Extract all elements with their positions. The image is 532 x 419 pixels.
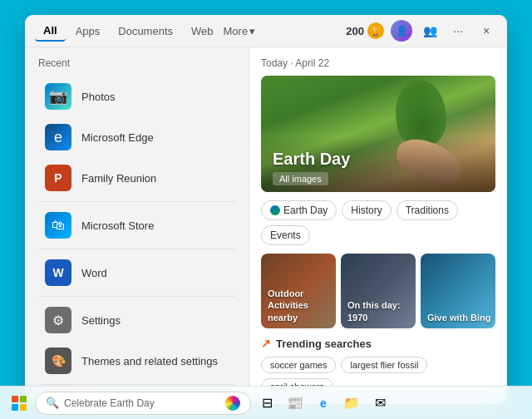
edge-taskbar-icon[interactable]: e: [311, 391, 336, 416]
search-icon: 🔍: [46, 397, 59, 409]
ppt-icon: P: [45, 165, 71, 191]
titlebar-controls: 200 🏆 👤 👥 ··· ×: [346, 20, 497, 42]
app-item-settings[interactable]: ⚙ Settings: [32, 300, 242, 340]
tab-bar: All Apps Documents Web More ▾: [35, 21, 342, 42]
explorer-icon[interactable]: 📁: [339, 391, 364, 416]
divider-4: [38, 384, 235, 385]
titlebar: All Apps Documents Web More ▾ 200 🏆 👤 👥 …: [25, 15, 507, 47]
category-traditions[interactable]: Traditions: [397, 200, 458, 220]
cards-row: Outdoor Activities nearby On this day: 1…: [261, 254, 495, 328]
tab-all[interactable]: All: [35, 21, 66, 42]
hero-title: Earth Day: [273, 150, 484, 169]
card-outdoor[interactable]: Outdoor Activities nearby: [261, 254, 336, 328]
store-icon: 🛍: [45, 212, 71, 239]
edge-icon: e: [45, 124, 71, 150]
avatar[interactable]: 👤: [391, 20, 412, 42]
app-name-themes: Themes and related settings: [81, 355, 218, 367]
bing-colorful-icon: [225, 396, 240, 411]
divider-2: [38, 249, 235, 249]
tab-web[interactable]: Web: [183, 22, 222, 41]
windows-button[interactable]: [7, 391, 32, 416]
hero-image[interactable]: Earth Day All images: [261, 76, 495, 192]
category-row: Earth Day History Traditions Events: [261, 200, 495, 245]
app-name-word: Word: [81, 267, 107, 279]
main-content: Recent 📷 Photos e Microsoft Edge P Famil…: [25, 47, 507, 404]
taskview-icon[interactable]: ⊟: [254, 391, 279, 416]
category-history[interactable]: History: [342, 200, 391, 220]
card-bing[interactable]: Give with Bing: [421, 254, 495, 328]
tab-more[interactable]: More ▾: [224, 25, 256, 37]
search-window: All Apps Documents Web More ▾ 200 🏆 👤 👥 …: [25, 15, 507, 404]
trend-soccer[interactable]: soccer games: [261, 357, 336, 373]
app-name-settings: Settings: [81, 314, 121, 327]
search-text: Celebrate Earth Day: [64, 397, 155, 409]
card-history[interactable]: On this day: 1970: [341, 254, 416, 328]
taskbar: 🔍 Celebrate Earth Day ⊟ 📰 e 📁 ✉: [0, 386, 532, 419]
trending-label: Trending searches: [276, 338, 372, 350]
app-item-photos[interactable]: 📷 Photos: [32, 76, 242, 116]
app-item-edge[interactable]: e Microsoft Edge: [32, 117, 242, 157]
photos-icon: 📷: [45, 83, 71, 110]
person-icon[interactable]: 👥: [419, 20, 441, 42]
divider-3: [38, 296, 235, 297]
app-name-family-reunion: Family Reunion: [81, 172, 156, 185]
app-name-photos: Photos: [81, 91, 115, 103]
trend-fossil[interactable]: largest flier fossil: [341, 357, 427, 373]
app-name-edge: Microsoft Edge: [81, 131, 154, 144]
taskbar-search[interactable]: 🔍 Celebrate Earth Day: [35, 392, 251, 415]
divider-1: [38, 201, 235, 202]
card-history-label: On this day: 1970: [347, 299, 416, 323]
tab-documents[interactable]: Documents: [110, 22, 181, 41]
chevron-down-icon: ▾: [249, 25, 255, 37]
trending-icon: ↗: [261, 337, 271, 350]
themes-icon: 🎨: [45, 348, 71, 374]
score-display: 200 🏆: [346, 22, 384, 39]
word-icon: W: [45, 259, 71, 286]
widgets-icon[interactable]: 📰: [283, 391, 308, 416]
category-earth-day[interactable]: Earth Day: [261, 200, 337, 220]
date-label: Today · April 22: [261, 57, 495, 69]
app-item-themes[interactable]: 🎨 Themes and related settings: [32, 341, 242, 381]
score-value: 200: [346, 25, 364, 37]
category-events[interactable]: Events: [261, 225, 310, 245]
tab-apps[interactable]: Apps: [67, 22, 109, 41]
app-name-store: Microsoft Store: [81, 219, 154, 232]
globe-icon: [270, 205, 280, 215]
card-outdoor-label: Outdoor Activities nearby: [268, 288, 336, 323]
mail-icon[interactable]: ✉: [367, 391, 392, 416]
card-bing-label: Give with Bing: [427, 312, 490, 323]
settings-icon: ⚙: [45, 307, 71, 333]
right-panel: Today · April 22 Earth Day All images Ea…: [249, 47, 507, 404]
trophy-icon: 🏆: [367, 22, 384, 39]
app-item-store[interactable]: 🛍 Microsoft Store: [32, 205, 242, 245]
app-item-family-reunion[interactable]: P Family Reunion: [32, 158, 242, 198]
trending-header: ↗ Trending searches: [261, 337, 495, 350]
left-panel: Recent 📷 Photos e Microsoft Edge P Famil…: [25, 47, 249, 404]
more-options-icon[interactable]: ···: [447, 20, 469, 42]
hero-overlay: Earth Day All images: [261, 136, 495, 192]
windows-logo: [12, 396, 27, 411]
hero-badge: All images: [273, 172, 328, 185]
recent-label: Recent: [25, 57, 249, 76]
app-item-word[interactable]: W Word: [32, 253, 242, 293]
close-button[interactable]: ×: [475, 20, 497, 42]
